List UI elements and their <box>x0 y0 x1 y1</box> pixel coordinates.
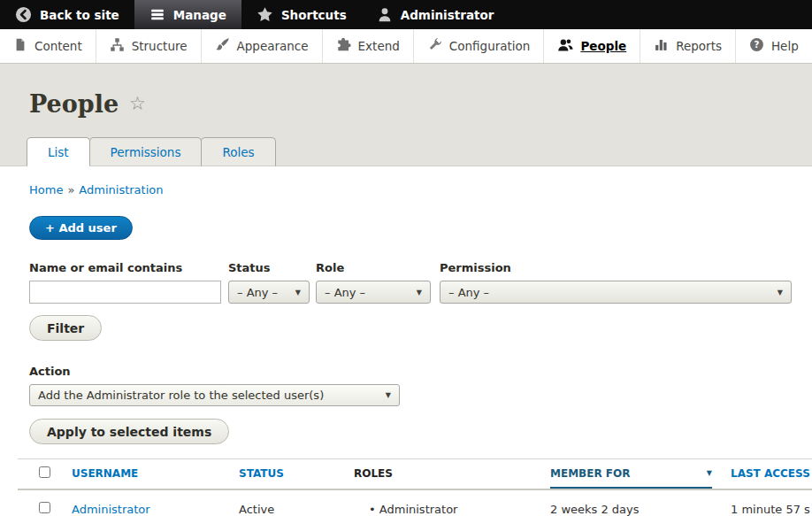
main-content: Home»Administration + Add user Name or e… <box>0 166 812 516</box>
puzzle-icon <box>336 37 351 55</box>
paintbrush-icon <box>215 37 230 55</box>
menu-item-appearance[interactable]: Appearance <box>202 29 323 63</box>
admin-toolbar: Back to site Manage Shortcuts Administra… <box>0 0 812 29</box>
manage-label: Manage <box>173 8 226 22</box>
sort-desc-icon: ▼ <box>707 469 712 477</box>
member-for-header-label: MEMBER FOR <box>550 467 630 480</box>
menu-item-label: Reports <box>676 39 722 53</box>
back-to-site-label: Back to site <box>40 8 119 22</box>
barchart-icon <box>654 37 669 55</box>
menu-item-label: Content <box>34 39 82 53</box>
permission-filter-label: Permission <box>440 261 792 274</box>
tab-permissions[interactable]: Permissions <box>89 137 203 166</box>
role-filter-select[interactable]: – Any – ▼ <box>316 281 431 304</box>
apply-to-selected-button[interactable]: Apply to selected items <box>29 419 229 444</box>
select-all-checkbox[interactable] <box>39 466 50 478</box>
menu-item-label: Structure <box>132 39 188 53</box>
star-icon <box>257 6 273 23</box>
menu-item-people[interactable]: People <box>544 29 640 63</box>
people-icon <box>557 37 573 56</box>
sort-status-header[interactable]: STATUS <box>239 467 284 480</box>
permission-selected-value: – Any – <box>448 286 489 299</box>
page-title: People <box>29 90 119 118</box>
table-row: Administrator Active • Administrator 2 w… <box>18 489 812 516</box>
page-header: People ☆ List Permissions Roles <box>0 64 812 166</box>
menu-item-configuration[interactable]: Configuration <box>414 29 545 63</box>
document-icon <box>13 37 27 55</box>
role-list-item: • Administrator <box>354 503 536 516</box>
row-select-checkbox[interactable] <box>39 502 50 513</box>
wrench-icon <box>427 37 442 55</box>
filter-controls: Name or email contains Status – Any – ▼ … <box>29 261 812 304</box>
shortcuts-label: Shortcuts <box>281 8 347 22</box>
action-select[interactable]: Add the Administrator role to the select… <box>29 384 400 406</box>
action-label: Action <box>29 365 812 378</box>
breadcrumb-home-link[interactable]: Home <box>29 183 63 196</box>
table-header-row: USERNAME STATUS ROLES MEMBER FOR ▼ LAST … <box>18 459 812 489</box>
chevron-down-icon: ▼ <box>778 289 783 297</box>
username-link[interactable]: Administrator <box>72 503 150 516</box>
tab-list[interactable]: List <box>27 137 90 166</box>
help-icon: ? <box>749 37 764 55</box>
users-table-wrap: USERNAME STATUS ROLES MEMBER FOR ▼ LAST … <box>18 458 812 516</box>
administrator-label: Administrator <box>401 8 494 22</box>
last-access-value: 1 minute 57 s <box>731 503 810 516</box>
menu-item-label: Extend <box>358 39 400 53</box>
roles-header: ROLES <box>354 467 393 480</box>
sitemap-icon <box>110 37 125 55</box>
primary-tabs: List Permissions Roles <box>27 137 275 166</box>
sort-last-access-header[interactable]: LAST ACCESS <box>731 467 810 480</box>
add-user-button[interactable]: + Add user <box>29 216 133 240</box>
menu-item-label: People <box>580 39 626 53</box>
tab-roles[interactable]: Roles <box>201 137 275 166</box>
sort-member-for-header[interactable]: MEMBER FOR ▼ <box>550 459 712 489</box>
menu-item-content[interactable]: Content <box>0 29 96 63</box>
member-for-value: 2 weeks 2 days <box>550 503 640 516</box>
administrator-account-button[interactable]: Administrator <box>362 0 509 29</box>
role-selected-value: – Any – <box>325 286 365 299</box>
chevron-down-icon: ▼ <box>417 289 422 297</box>
back-icon <box>15 6 32 23</box>
menu-item-label: Configuration <box>449 39 531 53</box>
status-filter-label: Status <box>228 261 310 274</box>
sort-username-header[interactable]: USERNAME <box>72 467 138 480</box>
status-selected-value: – Any – <box>237 286 278 299</box>
back-to-site-button[interactable]: Back to site <box>0 0 134 29</box>
name-filter-label: Name or email contains <box>29 261 221 274</box>
permission-filter-select[interactable]: – Any – ▼ <box>440 281 792 304</box>
chevron-down-icon: ▼ <box>386 391 391 399</box>
admin-menu-bar: Content Structure Appearance Extend Conf… <box>0 29 812 64</box>
breadcrumb: Home»Administration <box>29 183 812 196</box>
menu-item-extend[interactable]: Extend <box>323 29 414 63</box>
status-filter-select[interactable]: – Any – ▼ <box>228 281 310 304</box>
hamburger-icon <box>149 7 165 22</box>
action-section: Action Add the Administrator role to the… <box>29 365 812 406</box>
action-selected-value: Add the Administrator role to the select… <box>38 389 324 402</box>
menu-item-reports[interactable]: Reports <box>640 29 736 63</box>
role-name: Administrator <box>379 503 458 516</box>
menu-item-label: Help <box>771 39 799 53</box>
name-filter-input[interactable] <box>29 281 221 304</box>
manage-button[interactable]: Manage <box>134 0 241 29</box>
status-value: Active <box>239 503 274 516</box>
user-icon <box>377 6 393 23</box>
svg-text:?: ? <box>755 40 760 50</box>
chevron-down-icon: ▼ <box>295 289 301 297</box>
role-filter-label: Role <box>316 261 431 274</box>
menu-item-structure[interactable]: Structure <box>96 29 202 63</box>
shortcuts-button[interactable]: Shortcuts <box>241 0 362 29</box>
breadcrumb-administration-link[interactable]: Administration <box>79 183 163 196</box>
menu-item-label: Appearance <box>237 39 309 53</box>
breadcrumb-separator: » <box>67 183 74 196</box>
filter-button[interactable]: Filter <box>29 315 102 341</box>
users-table: USERNAME STATUS ROLES MEMBER FOR ▼ LAST … <box>18 458 812 516</box>
favorite-star-icon[interactable]: ☆ <box>129 95 146 113</box>
bullet-icon: • <box>369 503 376 516</box>
menu-item-help[interactable]: ? Help <box>736 29 812 63</box>
